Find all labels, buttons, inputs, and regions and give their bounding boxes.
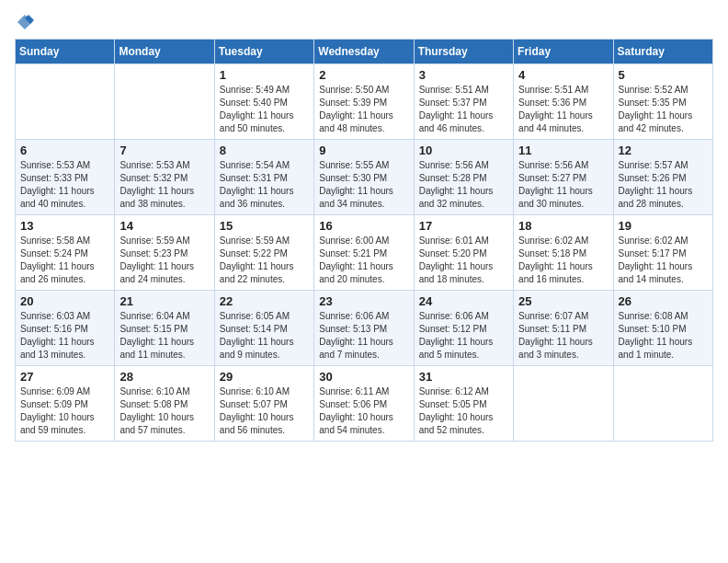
day-info: Sunrise: 6:10 AM Sunset: 5:08 PM Dayligh… bbox=[119, 386, 194, 435]
day-info: Sunrise: 5:56 AM Sunset: 5:28 PM Dayligh… bbox=[419, 160, 494, 209]
calendar-week-row: 27Sunrise: 6:09 AM Sunset: 5:09 PM Dayli… bbox=[16, 366, 713, 442]
calendar-week-row: 13Sunrise: 5:58 AM Sunset: 5:24 PM Dayli… bbox=[16, 215, 713, 291]
calendar-cell: 25Sunrise: 6:07 AM Sunset: 5:11 PM Dayli… bbox=[514, 291, 613, 366]
day-of-week-header: Friday bbox=[514, 40, 613, 64]
day-info: Sunrise: 6:02 AM Sunset: 5:17 PM Dayligh… bbox=[619, 236, 693, 284]
day-number: 2 bbox=[319, 68, 408, 82]
calendar-cell: 26Sunrise: 6:08 AM Sunset: 5:10 PM Dayli… bbox=[613, 291, 712, 366]
calendar-week-row: 20Sunrise: 6:03 AM Sunset: 5:16 PM Dayli… bbox=[16, 291, 713, 366]
day-number: 4 bbox=[518, 68, 608, 82]
day-info: Sunrise: 6:01 AM Sunset: 5:20 PM Dayligh… bbox=[419, 236, 494, 284]
day-number: 1 bbox=[220, 68, 309, 82]
calendar-week-row: 1Sunrise: 5:49 AM Sunset: 5:40 PM Daylig… bbox=[16, 64, 713, 140]
day-info: Sunrise: 6:06 AM Sunset: 5:13 PM Dayligh… bbox=[319, 311, 393, 360]
calendar-cell: 27Sunrise: 6:09 AM Sunset: 5:09 PM Dayli… bbox=[16, 366, 115, 442]
calendar-cell: 23Sunrise: 6:06 AM Sunset: 5:13 PM Dayli… bbox=[314, 291, 414, 366]
day-number: 28 bbox=[119, 370, 209, 384]
day-number: 21 bbox=[119, 294, 209, 308]
day-of-week-header: Saturday bbox=[613, 40, 712, 64]
calendar-cell bbox=[514, 366, 613, 442]
logo-icon bbox=[16, 13, 34, 31]
calendar-cell: 11Sunrise: 5:56 AM Sunset: 5:27 PM Dayli… bbox=[514, 140, 613, 215]
calendar-cell: 10Sunrise: 5:56 AM Sunset: 5:28 PM Dayli… bbox=[414, 140, 513, 215]
day-info: Sunrise: 5:55 AM Sunset: 5:30 PM Dayligh… bbox=[319, 160, 393, 209]
calendar-cell: 17Sunrise: 6:01 AM Sunset: 5:20 PM Dayli… bbox=[414, 215, 513, 291]
logo bbox=[15, 15, 34, 31]
calendar-cell: 24Sunrise: 6:06 AM Sunset: 5:12 PM Dayli… bbox=[414, 291, 513, 366]
calendar-body: 1Sunrise: 5:49 AM Sunset: 5:40 PM Daylig… bbox=[16, 64, 713, 442]
calendar-table: SundayMondayTuesdayWednesdayThursdayFrid… bbox=[15, 39, 713, 442]
calendar-cell: 4Sunrise: 5:51 AM Sunset: 5:36 PM Daylig… bbox=[514, 64, 613, 140]
calendar-cell: 18Sunrise: 6:02 AM Sunset: 5:18 PM Dayli… bbox=[514, 215, 613, 291]
day-number: 3 bbox=[419, 68, 508, 82]
calendar-cell: 3Sunrise: 5:51 AM Sunset: 5:37 PM Daylig… bbox=[414, 64, 513, 140]
day-info: Sunrise: 6:04 AM Sunset: 5:15 PM Dayligh… bbox=[119, 311, 194, 360]
calendar-cell: 29Sunrise: 6:10 AM Sunset: 5:07 PM Dayli… bbox=[214, 366, 313, 442]
day-info: Sunrise: 5:56 AM Sunset: 5:27 PM Dayligh… bbox=[518, 160, 593, 209]
calendar-cell: 9Sunrise: 5:55 AM Sunset: 5:30 PM Daylig… bbox=[314, 140, 414, 215]
day-info: Sunrise: 6:07 AM Sunset: 5:11 PM Dayligh… bbox=[518, 311, 593, 360]
day-number: 5 bbox=[619, 68, 708, 82]
day-info: Sunrise: 5:58 AM Sunset: 5:24 PM Dayligh… bbox=[20, 236, 95, 284]
day-number: 11 bbox=[518, 144, 608, 157]
day-number: 17 bbox=[419, 219, 508, 233]
day-number: 27 bbox=[20, 370, 109, 384]
day-number: 16 bbox=[319, 219, 408, 233]
day-info: Sunrise: 6:08 AM Sunset: 5:10 PM Dayligh… bbox=[619, 311, 693, 360]
day-of-week-header: Sunday bbox=[16, 40, 115, 64]
day-info: Sunrise: 5:53 AM Sunset: 5:32 PM Dayligh… bbox=[119, 160, 194, 209]
calendar-cell: 7Sunrise: 5:53 AM Sunset: 5:32 PM Daylig… bbox=[115, 140, 214, 215]
day-info: Sunrise: 6:00 AM Sunset: 5:21 PM Dayligh… bbox=[319, 236, 393, 284]
calendar-cell bbox=[613, 366, 712, 442]
day-number: 24 bbox=[419, 294, 508, 308]
calendar-cell: 1Sunrise: 5:49 AM Sunset: 5:40 PM Daylig… bbox=[214, 64, 313, 140]
calendar-cell: 2Sunrise: 5:50 AM Sunset: 5:39 PM Daylig… bbox=[314, 64, 414, 140]
day-info: Sunrise: 5:53 AM Sunset: 5:33 PM Dayligh… bbox=[20, 160, 95, 209]
day-info: Sunrise: 6:11 AM Sunset: 5:06 PM Dayligh… bbox=[319, 386, 393, 435]
calendar-cell: 28Sunrise: 6:10 AM Sunset: 5:08 PM Dayli… bbox=[115, 366, 214, 442]
calendar-header-row: SundayMondayTuesdayWednesdayThursdayFrid… bbox=[16, 40, 713, 64]
day-info: Sunrise: 6:10 AM Sunset: 5:07 PM Dayligh… bbox=[220, 386, 294, 435]
day-number: 10 bbox=[419, 144, 508, 157]
calendar-cell: 21Sunrise: 6:04 AM Sunset: 5:15 PM Dayli… bbox=[115, 291, 214, 366]
day-info: Sunrise: 5:50 AM Sunset: 5:39 PM Dayligh… bbox=[319, 85, 393, 133]
calendar-cell: 15Sunrise: 5:59 AM Sunset: 5:22 PM Dayli… bbox=[214, 215, 313, 291]
day-number: 29 bbox=[220, 370, 309, 384]
day-info: Sunrise: 6:03 AM Sunset: 5:16 PM Dayligh… bbox=[20, 311, 95, 360]
day-info: Sunrise: 6:06 AM Sunset: 5:12 PM Dayligh… bbox=[419, 311, 494, 360]
day-number: 20 bbox=[20, 294, 109, 308]
day-number: 19 bbox=[619, 219, 708, 233]
day-number: 13 bbox=[20, 219, 109, 233]
day-info: Sunrise: 6:02 AM Sunset: 5:18 PM Dayligh… bbox=[518, 236, 593, 284]
day-number: 26 bbox=[619, 294, 708, 308]
calendar-cell bbox=[16, 64, 115, 140]
day-number: 14 bbox=[119, 219, 209, 233]
calendar-cell: 14Sunrise: 5:59 AM Sunset: 5:23 PM Dayli… bbox=[115, 215, 214, 291]
day-number: 18 bbox=[518, 219, 608, 233]
day-info: Sunrise: 6:05 AM Sunset: 5:14 PM Dayligh… bbox=[220, 311, 294, 360]
day-number: 22 bbox=[220, 294, 309, 308]
page-header bbox=[15, 15, 713, 31]
day-number: 25 bbox=[518, 294, 608, 308]
calendar-cell: 6Sunrise: 5:53 AM Sunset: 5:33 PM Daylig… bbox=[16, 140, 115, 215]
calendar-cell: 5Sunrise: 5:52 AM Sunset: 5:35 PM Daylig… bbox=[613, 64, 712, 140]
day-info: Sunrise: 5:59 AM Sunset: 5:23 PM Dayligh… bbox=[119, 236, 194, 284]
calendar-cell: 20Sunrise: 6:03 AM Sunset: 5:16 PM Dayli… bbox=[16, 291, 115, 366]
day-of-week-header: Wednesday bbox=[314, 40, 414, 64]
calendar-cell: 22Sunrise: 6:05 AM Sunset: 5:14 PM Dayli… bbox=[214, 291, 313, 366]
calendar-cell: 13Sunrise: 5:58 AM Sunset: 5:24 PM Dayli… bbox=[16, 215, 115, 291]
day-info: Sunrise: 5:59 AM Sunset: 5:22 PM Dayligh… bbox=[220, 236, 294, 284]
day-info: Sunrise: 5:51 AM Sunset: 5:37 PM Dayligh… bbox=[419, 85, 494, 133]
calendar-cell: 30Sunrise: 6:11 AM Sunset: 5:06 PM Dayli… bbox=[314, 366, 414, 442]
calendar-cell: 8Sunrise: 5:54 AM Sunset: 5:31 PM Daylig… bbox=[214, 140, 313, 215]
day-of-week-header: Monday bbox=[115, 40, 214, 64]
calendar-week-row: 6Sunrise: 5:53 AM Sunset: 5:33 PM Daylig… bbox=[16, 140, 713, 215]
day-number: 6 bbox=[20, 144, 109, 157]
day-of-week-header: Tuesday bbox=[214, 40, 313, 64]
day-number: 30 bbox=[319, 370, 408, 384]
day-info: Sunrise: 6:09 AM Sunset: 5:09 PM Dayligh… bbox=[20, 386, 95, 435]
day-number: 31 bbox=[419, 370, 508, 384]
calendar-cell: 16Sunrise: 6:00 AM Sunset: 5:21 PM Dayli… bbox=[314, 215, 414, 291]
day-number: 23 bbox=[319, 294, 408, 308]
calendar-cell: 31Sunrise: 6:12 AM Sunset: 5:05 PM Dayli… bbox=[414, 366, 513, 442]
